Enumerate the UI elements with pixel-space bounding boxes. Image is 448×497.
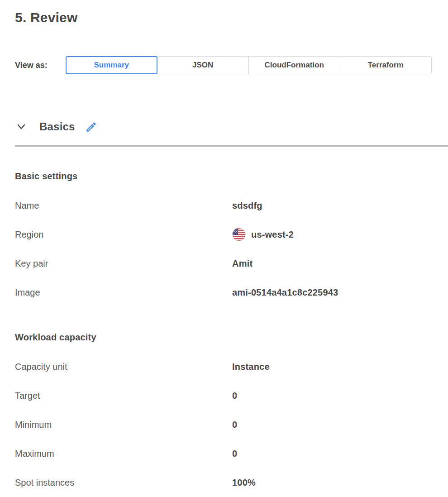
- view-as-row: View as: Summary JSON CloudFormation Ter…: [15, 56, 448, 74]
- basics-section-header: Basics: [15, 119, 448, 135]
- kv-label: Name: [15, 201, 232, 211]
- view-as-tab-group: Summary JSON CloudFormation Terraform: [66, 56, 432, 74]
- kv-value: Amit: [232, 258, 448, 269]
- chevron-down-icon[interactable]: [15, 120, 28, 133]
- basic-settings-group: Basic settings Name sdsdfg Region: [15, 170, 448, 307]
- kv-row-image: Image ami-0514a4a1c8c225943: [15, 278, 448, 307]
- kv-row-maximum: Maximum 0: [15, 439, 448, 468]
- kv-value: 0: [232, 391, 448, 401]
- kv-value: us-west-2: [232, 228, 448, 241]
- kv-row-spot-instances: Spot instances 100%: [15, 468, 448, 497]
- kv-value: 100%: [232, 478, 448, 488]
- tab-summary[interactable]: Summary: [66, 56, 157, 74]
- tab-json[interactable]: JSON: [157, 56, 249, 74]
- kv-label: Spot instances: [15, 478, 232, 488]
- page-title: 5. Review: [15, 9, 448, 26]
- us-flag-icon: [232, 228, 246, 241]
- view-as-label: View as:: [15, 61, 48, 70]
- kv-row-target: Target 0: [15, 381, 448, 410]
- kv-value: 0: [232, 420, 448, 430]
- kv-value: Instance: [232, 362, 448, 372]
- region-value-text: us-west-2: [251, 229, 294, 240]
- kv-row-key-pair: Key pair Amit: [15, 249, 448, 278]
- workload-capacity-group: Workload capacity Capacity unit Instance…: [15, 331, 448, 497]
- kv-value: 0: [232, 449, 448, 459]
- kv-value: sdsdfg: [232, 201, 448, 211]
- tab-cloudformation[interactable]: CloudFormation: [248, 56, 340, 74]
- kv-row-minimum: Minimum 0: [15, 410, 448, 439]
- section-divider: [15, 145, 448, 147]
- group-heading-basic-settings: Basic settings: [15, 170, 448, 182]
- pencil-icon: [85, 121, 97, 133]
- kv-row-region: Region: [15, 220, 448, 249]
- kv-label: Minimum: [15, 420, 232, 430]
- kv-label: Target: [15, 391, 232, 401]
- basics-section-title: Basics: [39, 120, 75, 133]
- kv-label: Region: [15, 229, 232, 240]
- kv-row-name: Name sdsdfg: [15, 191, 448, 220]
- kv-row-capacity-unit: Capacity unit Instance: [15, 352, 448, 381]
- kv-label: Key pair: [15, 258, 232, 269]
- kv-value: ami-0514a4a1c8c225943: [232, 287, 448, 298]
- kv-label: Image: [15, 287, 232, 298]
- tab-terraform[interactable]: Terraform: [340, 56, 432, 74]
- review-page: 5. Review View as: Summary JSON CloudFor…: [0, 9, 448, 497]
- kv-label: Maximum: [15, 449, 232, 459]
- group-heading-workload-capacity: Workload capacity: [15, 331, 448, 343]
- edit-basics-button[interactable]: [85, 120, 98, 133]
- kv-label: Capacity unit: [15, 362, 232, 372]
